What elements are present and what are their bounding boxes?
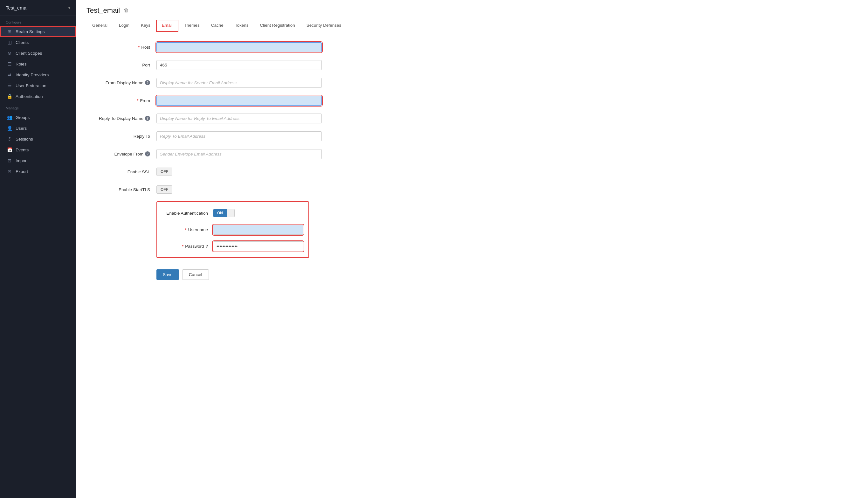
action-buttons: Save Cancel: [86, 270, 371, 280]
from-display-name-control: [157, 78, 322, 88]
from-label: * From: [86, 98, 157, 103]
enable-ssl-toggle[interactable]: OFF: [157, 168, 172, 176]
sidebar-item-label: Roles: [16, 62, 27, 66]
reply-to-display-name-row: Reply To Display Name ?: [86, 112, 371, 124]
reply-to-input[interactable]: [157, 131, 322, 141]
envelope-from-label: Envelope From ?: [86, 152, 157, 156]
sidebar-item-label: Client Scopes: [16, 51, 42, 56]
tab-login[interactable]: Login: [113, 20, 135, 32]
authentication-icon: 🔒: [7, 94, 12, 99]
sidebar-item-label: Authentication: [16, 94, 43, 99]
reply-to-display-name-help-icon[interactable]: ?: [145, 116, 150, 121]
delete-realm-icon[interactable]: 🗑: [124, 8, 129, 13]
tab-email[interactable]: Email: [156, 20, 178, 32]
enable-starttls-toggle[interactable]: OFF: [157, 185, 172, 194]
sidebar-item-label: Sessions: [16, 137, 33, 142]
username-label: * Username: [162, 227, 213, 232]
reply-to-display-name-control: [157, 114, 322, 123]
port-label: Port: [86, 63, 157, 67]
main-content: Test_email 🗑 General Login Keys Email Th…: [76, 0, 868, 498]
sidebar-item-export[interactable]: ⊡ Export: [0, 166, 76, 177]
chevron-down-icon: ▾: [68, 6, 70, 10]
envelope-from-input[interactable]: [157, 149, 322, 159]
sidebar-item-label: Realm Settings: [16, 29, 45, 34]
from-display-name-help-icon[interactable]: ?: [145, 80, 150, 85]
password-row: * Password ?: [162, 240, 303, 252]
enable-auth-row: Enable Authentication ON: [162, 207, 303, 219]
port-row: Port: [86, 59, 371, 71]
auth-section-row: Enable Authentication ON *: [86, 201, 371, 264]
sidebar-item-users[interactable]: 👤 Users: [0, 123, 76, 133]
tab-themes[interactable]: Themes: [178, 20, 205, 32]
toggle-off-label[interactable]: OFF: [157, 168, 172, 175]
sidebar-item-label: Export: [16, 169, 28, 174]
username-control: [213, 225, 303, 235]
reply-to-row: Reply To: [86, 130, 371, 142]
realm-settings-icon: ⊞: [7, 29, 12, 34]
sidebar-item-label: User Federation: [16, 83, 46, 88]
port-input[interactable]: [157, 60, 322, 70]
from-display-name-input[interactable]: [157, 78, 322, 88]
enable-ssl-control: OFF: [157, 168, 322, 176]
host-input[interactable]: [157, 42, 322, 52]
import-icon: ⊡: [7, 158, 12, 163]
sidebar-item-label: Import: [16, 158, 28, 163]
sidebar-item-groups[interactable]: 👥 Groups: [0, 112, 76, 123]
toggle-on-label[interactable]: ON: [213, 209, 227, 217]
port-control: [157, 60, 322, 70]
sidebar-item-user-federation[interactable]: ☰ User Federation: [0, 80, 76, 91]
envelope-from-help-icon[interactable]: ?: [145, 152, 150, 156]
clients-icon: ◫: [7, 40, 12, 45]
sidebar-item-clients[interactable]: ◫ Clients: [0, 37, 76, 48]
sidebar-item-roles[interactable]: ☰ Roles: [0, 58, 76, 69]
realm-name: Test_email: [6, 5, 29, 11]
main-header: Test_email 🗑 General Login Keys Email Th…: [76, 0, 868, 32]
tab-tokens[interactable]: Tokens: [229, 20, 254, 32]
host-control: [157, 42, 322, 52]
envelope-from-row: Envelope From ?: [86, 148, 371, 160]
save-button[interactable]: Save: [157, 270, 179, 280]
cancel-button[interactable]: Cancel: [182, 270, 209, 280]
password-input[interactable]: [213, 241, 303, 251]
configure-section-label: Configure: [0, 16, 76, 26]
toggle-off-label[interactable]: OFF: [157, 186, 172, 193]
sidebar-item-authentication[interactable]: 🔒 Authentication: [0, 91, 76, 102]
reply-to-display-name-input[interactable]: [157, 114, 322, 123]
from-row: * From: [86, 94, 371, 106]
page-title-row: Test_email 🗑: [86, 6, 858, 15]
tab-security-defenses[interactable]: Security Defenses: [301, 20, 347, 32]
sidebar-item-realm-settings[interactable]: ⊞ Realm Settings: [0, 26, 76, 37]
sidebar-item-identity-providers[interactable]: ⇄ Identity Providers: [0, 69, 76, 80]
tab-client-registration[interactable]: Client Registration: [254, 20, 301, 32]
enable-auth-control: ON: [213, 209, 303, 217]
page-title: Test_email: [86, 6, 120, 15]
password-control: [213, 241, 303, 251]
tab-keys[interactable]: Keys: [135, 20, 156, 32]
from-input[interactable]: [157, 96, 322, 106]
sidebar-item-events[interactable]: 📅 Events: [0, 144, 76, 155]
enable-ssl-label: Enable SSL: [86, 170, 157, 174]
roles-icon: ☰: [7, 61, 12, 66]
enable-auth-label: Enable Authentication: [162, 211, 213, 215]
auth-section: Enable Authentication ON *: [157, 201, 309, 258]
users-icon: 👤: [7, 126, 12, 131]
tab-general[interactable]: General: [86, 20, 113, 32]
sidebar-item-client-scopes[interactable]: ⊙ Client Scopes: [0, 48, 76, 58]
enable-auth-toggle[interactable]: ON: [213, 209, 235, 217]
sidebar-item-import[interactable]: ⊡ Import: [0, 155, 76, 166]
username-input[interactable]: [213, 225, 303, 235]
host-label: * Host: [86, 45, 157, 50]
enable-starttls-control: OFF: [157, 185, 322, 194]
reply-to-control: [157, 131, 322, 141]
reply-to-display-name-label: Reply To Display Name ?: [86, 116, 157, 121]
realm-selector[interactable]: Test_email ▾: [0, 0, 76, 16]
sidebar-item-sessions[interactable]: ⏱ Sessions: [0, 133, 76, 144]
toggle-off-part[interactable]: [227, 209, 234, 217]
from-control: [157, 96, 322, 106]
enable-starttls-label: Enable StartTLS: [86, 187, 157, 192]
tab-cache[interactable]: Cache: [205, 20, 229, 32]
password-help-icon[interactable]: ?: [205, 244, 208, 249]
enable-ssl-row: Enable SSL OFF: [86, 166, 371, 178]
sidebar-item-label: Identity Providers: [16, 73, 49, 77]
envelope-from-control: [157, 149, 322, 159]
